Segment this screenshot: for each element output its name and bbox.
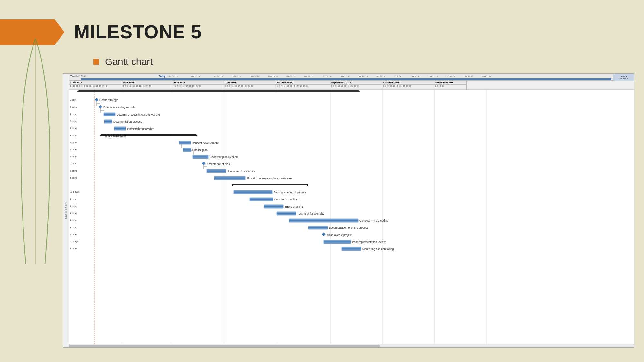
svg-rect-46 (207, 169, 226, 173)
svg-text:2 days: 2 days (70, 106, 77, 108)
svg-rect-13 (95, 98, 98, 101)
svg-rect-9 (79, 90, 359, 92)
gantt-chart-container: Gantt Chart Timeline Start Wed 4/6/16 To… (63, 73, 634, 348)
svg-rect-58 (250, 198, 273, 201)
date-mark-2: Apr 17, '16 (191, 75, 200, 77)
svg-text:1 day: 1 day (70, 162, 76, 165)
svg-text:5 days: 5 days (70, 212, 77, 215)
svg-rect-79 (342, 247, 361, 251)
month-august: August 2016 147 101316 1922252831 (276, 81, 330, 90)
subtitle-section: Gantt chart (93, 56, 153, 67)
svg-text:5 days: 5 days (70, 169, 77, 172)
date-mark-9: Jun 5, '16 (323, 75, 331, 77)
svg-text:Concept development: Concept development (192, 141, 219, 144)
svg-rect-55 (234, 190, 272, 194)
timeline-header: Timeline Start Wed 4/6/16 Today Apr 19, … (69, 74, 634, 90)
svg-text:5 days: 5 days (70, 226, 77, 229)
months-row: April 2016 252831 369 121518 21242730 Ma… (69, 81, 634, 90)
svg-text:6 days: 6 days (70, 198, 77, 200)
finish-date: Tue 8/9/16 (619, 78, 628, 79)
start-label: Start (81, 75, 86, 77)
date-mark-15: Jul 17, '16 (429, 75, 438, 77)
month-october: October 2016 369 121519 21242730 (382, 81, 434, 90)
svg-text:Customize database: Customize database (274, 198, 299, 201)
today-label: Today (159, 75, 165, 77)
leaf-decoration (6, 39, 64, 264)
date-mark-11: Jun 19, '16 (359, 75, 368, 77)
svg-marker-53 (307, 184, 309, 186)
svg-rect-16 (98, 105, 102, 108)
svg-text:Monitoring and controlling.: Monitoring and controlling. (362, 247, 395, 251)
date-mark-1: Apr 19, '16 (169, 75, 178, 77)
date-mark-12: Jun 26, '16 (376, 75, 385, 77)
svg-text:5 days: 5 days (70, 205, 77, 208)
svg-rect-61 (264, 205, 283, 208)
svg-text:Hand over of project: Hand over of project (327, 233, 352, 237)
subtitle-text: Gantt chart (105, 56, 153, 67)
finish-box: Finish Tue 8/9/16 (613, 74, 634, 81)
svg-rect-34 (179, 141, 191, 144)
svg-text:8 days: 8 days (70, 219, 77, 222)
svg-text:Define strategy: Define strategy (99, 98, 118, 102)
svg-rect-19 (104, 113, 115, 116)
svg-rect-37 (183, 148, 191, 152)
svg-rect-70 (308, 226, 328, 229)
gantt-svg: 1 day Define strategy 2 days Review of e… (69, 90, 634, 344)
month-july: July 2016 258 111417 20232629 (224, 81, 276, 90)
svg-text:Testing of functionality: Testing of functionality (297, 212, 324, 215)
svg-text:Determine issues in current we: Determine issues in current website (117, 113, 160, 116)
page-title: MILESTONE 5 (74, 21, 202, 42)
date-mark-8: May 29, '16 (304, 75, 313, 77)
date-mark-16: Jul 24, '16 (447, 75, 455, 77)
month-april: April 2016 252831 369 121518 21242730 (69, 81, 122, 90)
month-november: November 201 25811 (434, 81, 467, 90)
svg-rect-76 (324, 240, 351, 244)
svg-text:4 days: 4 days (70, 134, 77, 137)
svg-rect-25 (114, 127, 126, 130)
date-mark-10: Jun 12, '16 (341, 75, 350, 77)
svg-text:Documentation process: Documentation process (113, 120, 142, 123)
svg-rect-51 (233, 184, 307, 185)
svg-text:10 days: 10 days (70, 190, 79, 193)
svg-text:Finalize plan: Finalize plan (192, 148, 208, 152)
svg-text:5 days: 5 days (70, 247, 77, 250)
date-mark-3: Apr 24, '16 (214, 75, 223, 77)
svg-marker-30 (99, 134, 101, 137)
svg-text:2 days: 2 days (70, 120, 77, 123)
orange-arrow-decoration (0, 19, 64, 45)
timeline-label: Timeline (70, 75, 79, 77)
svg-text:3 days: 3 days (70, 127, 77, 130)
month-september: September 2016 369 121519 22252831 (330, 81, 382, 90)
date-mark-14: Jul 10, '16 (412, 75, 420, 77)
svg-text:Correction in the coding: Correction in the coding (359, 219, 388, 222)
svg-marker-52 (231, 184, 233, 186)
horizontal-scrollbar[interactable] (69, 344, 634, 347)
svg-marker-10 (77, 90, 79, 92)
svg-text:3 days: 3 days (70, 113, 77, 116)
svg-text:Errors checking: Errors checking (285, 205, 303, 208)
timeline-progress-bar (81, 78, 611, 80)
date-mark-4: May 1, '16 (233, 75, 242, 77)
svg-rect-49 (214, 176, 245, 180)
title-section: MILESTONE 5 (74, 21, 202, 42)
month-june: June 2016 258 111417 20232629 (172, 81, 224, 90)
svg-text:2 days: 2 days (70, 233, 77, 236)
svg-text:Documentation of entire proces: Documentation of entire process (329, 226, 368, 229)
svg-rect-73 (322, 232, 325, 236)
svg-text:Risk assessment: Risk assessment (105, 135, 126, 138)
scrollbar-thumb[interactable] (69, 345, 380, 347)
svg-text:Review of plan by client: Review of plan by client (210, 155, 238, 159)
svg-text:Allocation of roles and respon: Allocation of roles and responsibilities (247, 177, 292, 180)
gantt-label-text: Gantt Chart (64, 202, 67, 219)
svg-marker-11 (359, 90, 360, 92)
date-mark-17: Jul 31, '16 (465, 75, 473, 77)
date-mark-5: May 8, '16 (251, 75, 259, 77)
svg-text:Acceptance of plan: Acceptance of plan (207, 162, 230, 166)
svg-marker-31 (196, 134, 198, 137)
svg-text:Reprogramming of website: Reprogramming of website (274, 191, 306, 194)
svg-rect-22 (104, 120, 112, 123)
timeline-top-row: Timeline Start Wed 4/6/16 Today Apr 19, … (69, 74, 634, 81)
svg-rect-64 (277, 212, 296, 215)
svg-text:2 days: 2 days (70, 148, 77, 151)
svg-text:10 days: 10 days (70, 240, 79, 243)
